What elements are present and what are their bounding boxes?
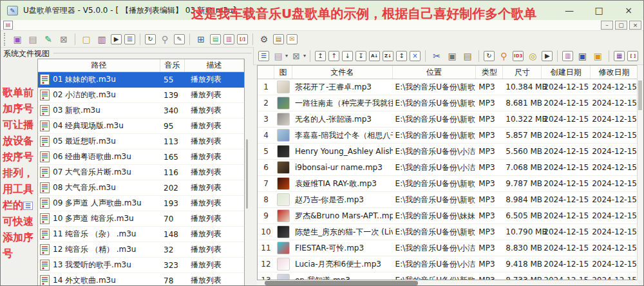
edit-pencil-icon[interactable]: ✎	[42, 33, 55, 46]
column-header-image[interactable]: 图	[274, 66, 292, 79]
playlist-row[interactable]: 04 经典现场版.m3u 95 播放列表	[38, 119, 244, 134]
right-horizontal-scrollbar-thumb[interactable]	[265, 281, 418, 285]
mdi-restore-button[interactable]: ▢	[615, 21, 627, 30]
settings-gear-icon[interactable]: ⚙	[258, 33, 270, 46]
child-window-icon[interactable]: ▤	[3, 21, 13, 30]
remove-files-icon[interactable]: ⊠	[290, 50, 303, 62]
column-header-type[interactable]: 类型	[476, 66, 503, 79]
column-header-filename[interactable]: 文件名	[292, 66, 393, 79]
music-row[interactable]: 12 Lucia-月亮和6便士.mp3 E:\我的音乐U备份\小洁 MP3 9.…	[258, 256, 638, 272]
music-row[interactable]: 13 en-我知道.mp3 E:\我的音乐U备份\新歌 MP3 8.733 MB…	[258, 272, 638, 280]
column-header-size[interactable]: 尺寸	[503, 66, 542, 79]
music-row[interactable]: 11 FIESTAR-可怜.mp3 E:\我的音乐U备份\小洁 MP3 8.83…	[258, 240, 638, 256]
search-music-icon[interactable]: ⚲	[497, 50, 510, 62]
music-row[interactable]: 6 i9bonsai-ur name.mp3 E:\我的音乐U备份\小洁 MP3…	[258, 160, 638, 176]
left-scrollbar-thumb[interactable]	[246, 139, 248, 209]
column-header-music[interactable]: 音乐	[160, 59, 185, 72]
music-row[interactable]: 10 陈楚生_房东的猫-下一次 (Live).mp3 E:\我的音乐U备份\新歌…	[258, 224, 638, 240]
maximize-button[interactable]: □	[584, 1, 614, 20]
playlist-row[interactable]: 09 多声道 人声歌曲.m3u 193 播放列表	[38, 196, 244, 211]
music-row[interactable]: 2 一路往南走（种完麦子我就往南... E:\我的音乐U备份\新歌 MP3 8.…	[258, 95, 638, 111]
window-notes-icon[interactable]: ▤	[210, 34, 221, 44]
mdi-minimize-button[interactable]: –	[601, 21, 613, 30]
refresh-icon[interactable]: ↻	[145, 34, 156, 44]
column-header-path[interactable]: 路径	[38, 59, 160, 72]
right-vertical-scrollbar-thumb[interactable]	[638, 81, 642, 110]
move-bottom-icon[interactable]: ↧	[355, 51, 366, 61]
playlist-row[interactable]: 11 纯音乐 （杂） .m3u 148 播放列表	[38, 227, 244, 242]
column-header-location[interactable]: 位置	[393, 66, 477, 79]
shuffle-icon[interactable]: ×	[410, 51, 421, 61]
delete-trash-icon[interactable]: ⊠	[57, 33, 70, 46]
dropdown-arrow-icon[interactable]: ▾	[303, 53, 306, 59]
new-note-icon[interactable]: ▢	[80, 33, 93, 46]
refresh-icon[interactable]: ↻	[484, 51, 495, 61]
column-header-desc[interactable]: 描述	[185, 59, 244, 72]
table-settings-icon[interactable]: ▦	[614, 51, 625, 61]
move-up-icon[interactable]: ↑	[328, 51, 339, 61]
playlist-row[interactable]: 14 外文歌曲.m3u 78 播放列表	[38, 273, 244, 286]
playlist-row[interactable]: 06 经曲粤语歌曲.m3u 165 播放列表	[38, 149, 244, 165]
playlist-row[interactable]: 01 妹妹的歌.m3u 55 播放列表	[38, 72, 244, 88]
playlist-row[interactable]: 12 纯音乐 （精） .m3u 32 播放列表	[38, 242, 244, 258]
reverse-order-icon[interactable]: ↕	[396, 51, 407, 61]
add-files-icon[interactable]: ▤	[272, 50, 285, 62]
music-row[interactable]: 7 袁娅维TIA RAY-敢.mp3 E:\我的音乐U备份\新歌 MP3 9.7…	[258, 176, 638, 192]
open-playlist-icon[interactable]: ▤	[26, 33, 39, 46]
user-search-icon[interactable]: ⚲	[158, 33, 171, 46]
music-row[interactable]: 5 Henry Young_Ashley Alisha-Dej... E:\我的…	[258, 144, 638, 160]
playlist-view-icon[interactable]: ☰	[124, 34, 135, 44]
close-button[interactable]: ×	[614, 1, 643, 20]
column-header-modified[interactable]: 修改日期	[591, 66, 638, 79]
send-export-icon[interactable]: ✉	[287, 34, 298, 44]
window-split-icon[interactable]: ▥	[223, 34, 234, 44]
cut-icon[interactable]: ✂	[430, 50, 443, 62]
paste-icon[interactable]: ▤	[461, 50, 474, 62]
playlist-row[interactable]: 08 大气音乐.m3u 202 播放列表	[38, 180, 244, 196]
playlist-row[interactable]: 03 新歌.m3u 340 播放列表	[38, 103, 244, 119]
playlist-row[interactable]: 07 大气音乐片断.m3u 116 播放列表	[38, 165, 244, 180]
toolbar-gripper[interactable]	[4, 33, 6, 46]
playlist-row[interactable]: 05 最近想听.m3u 113 播放列表	[38, 134, 244, 149]
playlist-row[interactable]: 02 小洁的歌.m3u 139 播放列表	[38, 88, 244, 103]
music-row[interactable]: 8 赵乃吉-你是否.mp3 E:\我的音乐U备份\新歌 MP3 8.984 MB…	[258, 192, 638, 208]
window-code-icon[interactable]: [/]	[237, 34, 248, 44]
move-down-icon[interactable]: ↓	[342, 51, 353, 61]
m3u-file-icon	[40, 167, 50, 178]
save-as-icon[interactable]: ▣	[591, 50, 604, 62]
music-location: E:\我的音乐U备份\新歌	[393, 114, 477, 125]
column-header-rownum[interactable]	[258, 66, 274, 79]
edit-form-icon[interactable]: ✎	[174, 34, 185, 44]
sort-az-icon[interactable]: A↓	[369, 51, 380, 61]
music-location: E:\我的音乐U备份\新歌	[393, 195, 477, 205]
right-vertical-scrollbar[interactable]	[637, 65, 643, 280]
sort-za-icon[interactable]: Z↓	[383, 51, 393, 61]
right-horizontal-scrollbar[interactable]	[257, 280, 638, 286]
id3-tag-icon[interactable]: ID3	[513, 51, 524, 61]
export-playlist-icon[interactable]: ▥	[95, 33, 108, 46]
move-top-icon[interactable]: ↥	[315, 51, 326, 61]
brackets-icon[interactable]: [ ]	[627, 51, 638, 61]
music-row[interactable]: 9 罗杰&Bruno Mars-APT..mp3 E:\我的音乐U备份\妹妹 M…	[258, 208, 638, 224]
layout-windows-icon[interactable]: ⊞	[194, 33, 207, 46]
play-icon[interactable]: ▶	[542, 51, 553, 61]
cd-burn-icon[interactable]: ◎	[526, 50, 539, 62]
music-type: MP3	[476, 147, 503, 156]
playlist-row[interactable]: 10 多声道 纯音乐.m3u 70 播放列表	[38, 211, 244, 227]
column-header-created[interactable]: 创建日期	[542, 66, 591, 79]
music-row[interactable]: 3 无名的人-张韶涵.mp3 E:\我的音乐U备份\新歌 MP3 10.322 …	[258, 111, 638, 128]
playlist-row[interactable]: 13 我爱听的歌手.m3u 323 播放列表	[38, 258, 244, 273]
copy-icon[interactable]: ▣	[446, 50, 459, 62]
new-playlist-icon[interactable]: ▣	[11, 33, 24, 46]
music-row[interactable]: 4 李嘉嘉-陪我过个冬（相思八千里... E:\我的音乐U备份\新歌 MP3 5…	[258, 128, 638, 144]
dropdown-arrow-icon[interactable]: ▾	[285, 53, 288, 59]
mdi-close-button[interactable]: ×	[629, 21, 641, 30]
music-row[interactable]: 1 茶花开了-王睿卓.mp3 E:\我的音乐U备份\新歌 MP3 10.384 …	[258, 79, 638, 95]
log-book-icon[interactable]: ▤	[273, 34, 284, 44]
minimize-button[interactable]: —	[554, 1, 584, 20]
play-icon[interactable]: ▶	[111, 34, 122, 44]
playlist-list-icon[interactable]: ☰	[258, 51, 269, 61]
report-icon[interactable]: ▥	[562, 51, 573, 61]
save-icon[interactable]: ▣	[576, 50, 589, 62]
music-row-number: 1	[258, 82, 274, 91]
